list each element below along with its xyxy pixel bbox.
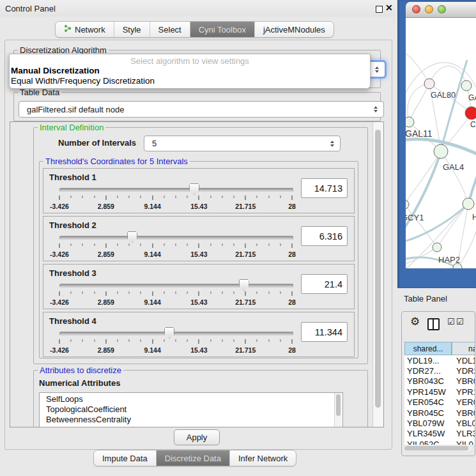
threshold-label: Threshold 3 [49,268,96,278]
tab-discretize-data[interactable]: Discretize Data [157,450,230,466]
cell-name: YBR0 [451,376,475,386]
slider-thumb-icon[interactable] [164,327,174,339]
tick-label: -3.426 [50,250,69,258]
table-row[interactable]: YIL052CYIL0 [404,439,475,445]
network-node-gal80[interactable] [424,79,434,89]
cell-name: YBR0 [451,408,475,418]
threshold-label: Threshold 1 [49,173,96,182]
slider-ticks [59,196,292,201]
slider-thumb-icon[interactable] [127,231,137,243]
tick-mark [152,243,153,248]
table-toolbar: ⚙☑☑ [402,312,475,337]
dropdown-option-manual-discretization[interactable]: Manual Discretization [10,66,370,76]
gear-icon[interactable]: ⚙ [410,315,420,328]
threshold-value-field[interactable] [301,178,348,198]
tick-mark [268,291,269,294]
table-row[interactable]: YPR145WYPR1 [404,387,475,397]
threshold-slider[interactable]: -3.4262.8599.14415.4321.71528 [59,183,292,208]
tab-jactivemnodules[interactable]: jActiveMNodules [255,22,334,37]
column-header-name[interactable]: name [452,342,475,355]
cell-shared-name: YBR043C [404,376,451,386]
node-label-gcy1: GCY1 [406,213,424,222]
minimize-light-icon[interactable] [425,5,433,13]
float-window-icon[interactable] [376,6,383,13]
table-row[interactable]: YLR345WYLR3 [404,429,475,439]
table-data-value: galFiltered.sif default node [27,105,124,114]
node-label-gal4: GAL4 [443,162,464,172]
threshold-value-field[interactable] [301,274,348,294]
tick-mark [164,243,164,246]
vertical-scrollbar[interactable] [372,122,383,427]
checkbox-checked-icon[interactable]: ☑ [447,317,455,326]
network-node-node-h[interactable] [463,198,474,210]
node-label-ga: GA [468,93,476,102]
list-scrollbar[interactable] [334,393,342,427]
thresholds-group-label: Threshold's Coordinates for 5 Intervals [43,157,190,166]
threshold-slider[interactable]: -3.4262.8599.14415.4321.71528 [59,231,292,256]
network-canvas[interactable]: GAL80GACGAL11GAL4GCY1HHAP2 [406,18,476,268]
slider-thumb-icon[interactable] [189,183,199,195]
cell-shared-name: YBR045C [404,408,451,418]
list-item-selfloops[interactable]: SelfLoops [40,394,342,404]
table-row[interactable]: YDL19...YDL1 [404,355,475,365]
network-node-node-top-right[interactable] [461,81,472,91]
tick-mark [292,339,293,344]
tick-mark [141,339,141,342]
slider-track[interactable] [59,284,293,288]
apply-button[interactable]: Apply [174,429,220,445]
close-light-icon[interactable] [412,5,420,13]
tick-mark [292,291,293,296]
tick-mark [129,339,130,342]
table-row[interactable]: YBR043CYBR0 [404,376,475,387]
tick-mark [199,243,199,248]
network-edge [406,204,437,247]
slider-track[interactable] [59,236,293,240]
list-item-topologicalcoefficient[interactable]: TopologicalCoefficient [40,404,342,415]
table-row[interactable]: YER054CYER0 [404,397,475,408]
table-data-combobox[interactable]: galFiltered.sif default node [19,101,384,118]
network-node-gal11-node[interactable] [406,117,414,127]
tick-mark [280,291,280,294]
threshold-value-field[interactable] [301,226,348,246]
column-header-shared-[interactable]: shared... [404,342,452,355]
tab-cyni-toolbox[interactable]: Cyni Toolbox [190,22,255,37]
tick-mark [141,196,141,198]
table-row[interactable]: YDR27...YDR2 [404,365,475,376]
list-item-betweennesscentrality[interactable]: BetweennessCentrality [40,415,342,425]
tick-label: 2.859 [98,298,114,306]
tick-mark [71,196,72,198]
tab-impute-data[interactable]: Impute Data [94,450,157,466]
network-node-hap2[interactable] [433,243,441,252]
slider-ticks [59,339,292,345]
table-row[interactable]: YBR045CYBR0 [404,408,475,418]
number-of-intervals-combobox[interactable]: 5 [144,135,341,151]
slider-track[interactable] [59,188,293,192]
settings-scroll-viewport: Interval Definition Number of Intervals … [10,121,384,427]
slider-thumb-icon[interactable] [239,279,249,291]
threshold-slider[interactable]: -3.4262.8599.14415.4321.71528 [59,326,292,352]
checkbox-checked-icon[interactable]: ☑ [456,317,464,326]
cyni-toolbox-panel: Discretization Algorithm Table Data galF… [4,40,392,450]
threshold-slider[interactable]: -3.4262.8599.14415.4321.71528 [59,279,292,304]
slider-track[interactable] [59,332,293,335]
dropdown-placeholder: Select algorithm to view settings [10,54,370,66]
network-node-gcy1[interactable] [406,200,409,209]
tab-select[interactable]: Select [150,22,190,37]
tick-mark [94,196,95,198]
horizontal-scrollbar[interactable] [403,445,472,451]
network-node-gal4[interactable] [434,144,448,158]
tick-mark [105,196,106,200]
tab-network[interactable]: Network [56,22,114,37]
network-window-titlebar[interactable] [406,2,476,18]
tab-infer-network[interactable]: Infer Network [230,450,296,466]
threshold-value-field[interactable] [301,322,348,342]
dropdown-option-equal-width-frequency[interactable]: Equal Width/Frequency Discretization [10,76,370,86]
tab-style[interactable]: Style [114,22,150,37]
cell-shared-name: YER054C [404,397,451,407]
numerical-attributes-list[interactable]: SelfLoopsTopologicalCoefficientBetweenne… [39,392,343,427]
zoom-light-icon[interactable] [438,5,446,13]
network-node-node-red[interactable] [465,107,476,119]
table-row[interactable]: YBL079WYBL0 [404,418,475,428]
close-icon[interactable]: ✕ [385,3,393,13]
split-table-icon[interactable] [427,318,440,330]
